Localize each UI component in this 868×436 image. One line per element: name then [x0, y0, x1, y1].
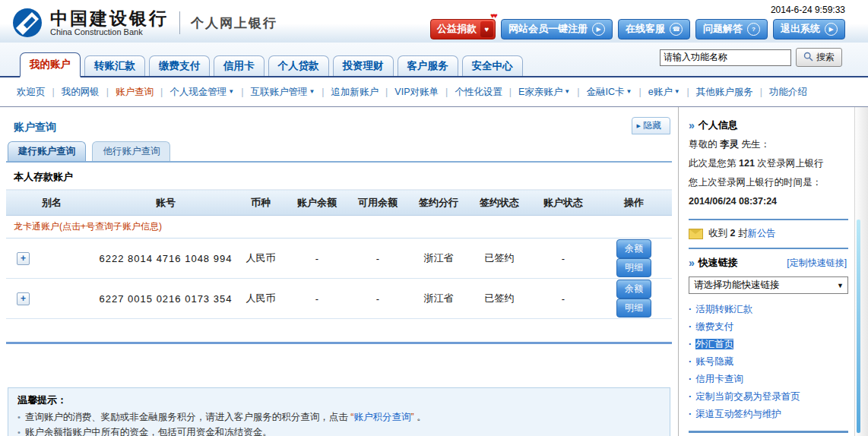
- scrollbar-thumb[interactable]: [857, 220, 860, 433]
- account-query-tabs: 建行账户查询 他行账户查询: [6, 141, 672, 163]
- page-title: 账户查询: [14, 121, 56, 134]
- last-login-time: 2014/06/24 08:37:24: [689, 192, 848, 211]
- subnav-e-account[interactable]: e账户▼: [648, 86, 696, 99]
- tip-line: 查询账户的消费、奖励或非金融服务积分，请进入客户服务的积分查询，点击 “账户积分…: [17, 409, 661, 425]
- topbar-buttons: 公益捐款 ♥ ♥♥ 网站会员一键注册 ▶ 在线客服 ☎ 问题解答 ? 退出系: [430, 19, 845, 39]
- online-service-button[interactable]: 在线客服 ☎: [618, 19, 690, 39]
- tab-customer-service[interactable]: 客户服务: [398, 55, 458, 76]
- currency: 人民币: [234, 239, 287, 279]
- register-arrow-icon: ▶: [592, 23, 605, 36]
- subnav-account-inquiry[interactable]: 账户查询: [116, 86, 169, 99]
- tips-box: 温馨提示： 查询账户的消费、奖励或非金融服务积分，请进入客户服务的积分查询，点击…: [8, 387, 670, 436]
- chevrons-icon: »: [689, 120, 695, 131]
- available-balance: -: [347, 279, 409, 319]
- balance-button[interactable]: 余额: [616, 239, 651, 258]
- portal-title: 个人网上银行: [191, 14, 277, 32]
- search-button[interactable]: 搜索: [796, 48, 842, 67]
- col-account-status: 账户状态: [531, 190, 596, 216]
- search-input[interactable]: [660, 49, 791, 66]
- balance-button[interactable]: 余额: [616, 280, 651, 299]
- col-actions: 操作: [596, 190, 672, 216]
- account-status: -: [531, 239, 596, 279]
- heart-icon: ♥: [480, 21, 493, 37]
- content: 账户查询 ▶ 隐藏 建行账户查询 他行账户查询 本人存款账户: [0, 107, 679, 436]
- quick-link-credit-card-query[interactable]: 信用卡查询: [689, 371, 848, 388]
- subnav-personalization[interactable]: 个性化设置: [455, 86, 518, 99]
- sidebar-divider: [689, 431, 848, 433]
- main-nav: 我的账户 转账汇款 缴费支付 信用卡 个人贷款 投资理财 客户服务 安全中心 搜…: [0, 43, 868, 77]
- available-balance: -: [347, 239, 409, 279]
- tab-investment[interactable]: 投资理财: [333, 55, 394, 76]
- function-search: 搜索: [660, 48, 842, 67]
- tab-transfer[interactable]: 转账汇款: [84, 55, 145, 76]
- faq-button[interactable]: 问题解答 ?: [695, 19, 768, 39]
- phone-icon: ☎: [670, 23, 683, 36]
- tab-ccb-account-query[interactable]: 建行账户查询: [8, 141, 86, 161]
- subnav-family-account[interactable]: E家亲账户▼: [518, 86, 587, 99]
- account-status: -: [531, 279, 596, 319]
- points-query-link[interactable]: 账户积分查询: [354, 412, 411, 422]
- chevron-down-icon: ▼: [309, 88, 315, 95]
- hide-panel-button[interactable]: ▶ 隐藏: [632, 117, 670, 134]
- detail-button[interactable]: 明细: [616, 258, 651, 277]
- tab-payments[interactable]: 缴费支付: [149, 55, 210, 76]
- chevrons-icon: »: [689, 257, 695, 268]
- bank-name-en: China Construction Bank: [50, 27, 169, 36]
- tab-personal-loan[interactable]: 个人贷款: [268, 55, 329, 76]
- personal-info-header: » 个人信息: [689, 118, 848, 132]
- question-icon: ?: [747, 23, 760, 36]
- group-row-label: 龙卡通账户(点击+号查询子账户信息): [6, 216, 672, 239]
- brand-names: 中国建设银行 China Construction Bank: [50, 9, 169, 36]
- expand-plus-button[interactable]: +: [17, 292, 30, 305]
- logout-button[interactable]: 退出系统 ▶: [773, 19, 845, 39]
- logout-arrow-icon: ▶: [825, 23, 838, 36]
- subnav-my-ebank[interactable]: 我的网银: [62, 86, 116, 99]
- quick-links-header: » 快速链接 [定制快速链接]: [689, 256, 847, 270]
- content-divider: [6, 342, 672, 344]
- chevron-down-icon: ▼: [674, 88, 680, 95]
- scrollbar-track[interactable]: [854, 107, 868, 436]
- new-notice-link[interactable]: 新公告: [747, 228, 776, 239]
- customize-quick-links[interactable]: [定制快速链接]: [787, 257, 847, 270]
- chevron-down-icon: ▼: [837, 282, 844, 289]
- subnav-linked-accounts[interactable]: 互联账户管理▼: [250, 86, 331, 99]
- subnav-vip-statement[interactable]: VIP对账单: [394, 86, 455, 99]
- detail-button[interactable]: 明细: [616, 299, 651, 318]
- tab-security-center[interactable]: 安全中心: [462, 55, 523, 76]
- branch: 浙江省: [409, 239, 468, 279]
- greeting-line: 尊敬的 李灵 先生：: [689, 135, 848, 154]
- col-sign-status: 签约状态: [468, 190, 531, 216]
- topbar-right: 2014-6-24 9:59:33 公益捐款 ♥ ♥♥ 网站会员一键注册 ▶ 在…: [430, 0, 845, 43]
- account-number: 6227 0015 0216 0173 354: [97, 279, 234, 319]
- balance: -: [287, 279, 347, 319]
- login-count-line: 此次是您第 121 次登录网上银行: [689, 154, 848, 173]
- ccb-logo-icon: [12, 8, 43, 38]
- subnav-add-account[interactable]: 追加新账户: [331, 86, 395, 99]
- subnav-ic-card[interactable]: 金融IC卡▼: [587, 86, 648, 99]
- register-button[interactable]: 网站会员一键注册 ▶: [501, 19, 613, 39]
- quick-link-payment[interactable]: 缴费支付: [689, 318, 848, 336]
- quick-link-channel-signing[interactable]: 渠道互动签约与维护: [689, 406, 848, 423]
- tab-other-bank-query[interactable]: 他行账户查询: [92, 141, 170, 161]
- subnav-welcome[interactable]: 欢迎页: [17, 86, 62, 99]
- quick-links-list: 活期转账汇款 缴费支付 外汇首页 账号隐藏 信用卡查询 定制当前交易为登录首页 …: [689, 301, 848, 423]
- quick-link-set-login-home[interactable]: 定制当前交易为登录首页: [689, 388, 848, 406]
- subnav-other-services[interactable]: 其他账户服务: [696, 86, 769, 99]
- sub-nav: 欢迎页 我的网银 账户查询 个人现金管理▼ 互联账户管理▼ 追加新账户 VIP对…: [0, 77, 868, 107]
- subnav-feature-intro[interactable]: 功能介绍: [769, 86, 807, 99]
- quick-link-transfer[interactable]: 活期转账汇款: [689, 301, 848, 318]
- account-number: 6222 8014 4716 1048 994: [97, 239, 234, 279]
- table-row: + 6222 8014 4716 1048 994 人民币 - - 浙江省 已签…: [6, 239, 672, 279]
- tab-my-accounts[interactable]: 我的账户: [20, 52, 81, 77]
- triangle-right-icon: ▶: [637, 123, 641, 129]
- quick-link-select[interactable]: 请选择功能快速链接 ▼: [689, 276, 848, 294]
- group-row: 龙卡通账户(点击+号查询子账户信息): [6, 216, 672, 239]
- subnav-cash-management[interactable]: 个人现金管理▼: [169, 86, 250, 99]
- notice-line: 收到 2 封新公告: [689, 227, 848, 240]
- quick-link-forex-home[interactable]: 外汇首页: [689, 336, 848, 353]
- expand-plus-button[interactable]: +: [17, 252, 30, 265]
- tab-credit-card[interactable]: 信用卡: [214, 55, 265, 76]
- quick-link-hide-account[interactable]: 账号隐藏: [689, 353, 848, 371]
- content-header: 账户查询 ▶ 隐藏: [6, 115, 672, 134]
- donate-button[interactable]: 公益捐款 ♥ ♥♥: [430, 19, 496, 39]
